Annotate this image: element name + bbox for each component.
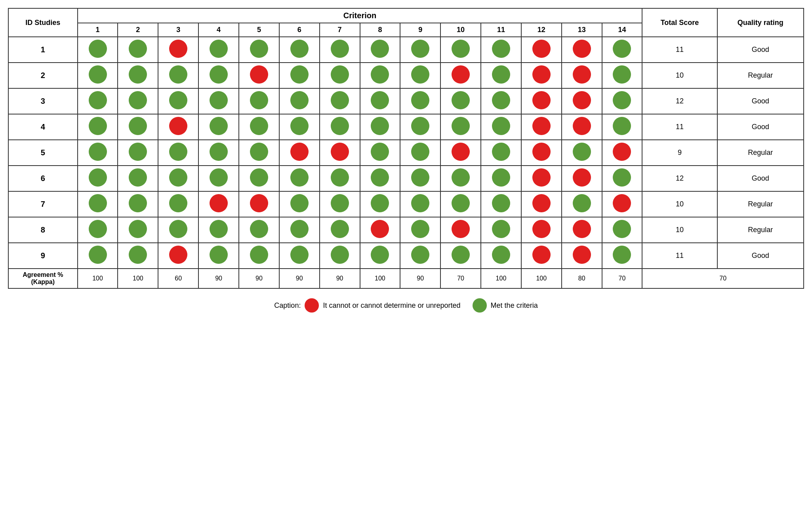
- total-score-7: 10: [642, 191, 717, 217]
- red-dot: [210, 194, 228, 212]
- green-dot: [169, 91, 187, 109]
- green-dot: [290, 65, 309, 84]
- red-dot: [573, 246, 591, 264]
- dot-cell-8-4: [198, 217, 239, 243]
- dot-cell-3-1: [78, 88, 118, 114]
- green-dot: [169, 194, 187, 212]
- green-dot: [411, 220, 429, 238]
- dot-cell-6-5: [239, 166, 279, 191]
- agreement-val-6: 90: [279, 269, 320, 288]
- dot-cell-5-1: [78, 140, 118, 166]
- agreement-val-12: 100: [521, 269, 562, 288]
- dot-cell-9-10: [440, 243, 481, 269]
- green-dot: [331, 117, 349, 135]
- dot-cell-3-11: [481, 88, 521, 114]
- red-dot: [613, 143, 631, 161]
- dot-cell-9-2: [118, 243, 158, 269]
- quality-rating-4: Good: [717, 114, 804, 140]
- green-dot: [250, 40, 268, 58]
- red-dot: [613, 194, 631, 212]
- dot-cell-3-10: [440, 88, 481, 114]
- criterion-num-14: 14: [602, 23, 642, 37]
- id-studies-header: ID Studies: [8, 8, 78, 37]
- dot-cell-8-9: [400, 217, 440, 243]
- green-dot: [89, 143, 107, 161]
- green-dot: [492, 117, 510, 135]
- criterion-num-5: 5: [239, 23, 279, 37]
- dot-cell-8-7: [320, 217, 360, 243]
- red-dot: [573, 91, 591, 109]
- quality-rating-3: Good: [717, 88, 804, 114]
- red-dot: [532, 40, 551, 58]
- agreement-val-4: 90: [198, 269, 239, 288]
- dot-cell-6-6: [279, 166, 320, 191]
- green-dot: [331, 40, 349, 58]
- agreement-val-7: 90: [320, 269, 360, 288]
- total-score-header: Total Score: [642, 8, 717, 37]
- green-dot: [89, 168, 107, 187]
- red-dot: [532, 143, 551, 161]
- dot-cell-4-3: [158, 114, 198, 140]
- green-dot: [250, 91, 268, 109]
- total-score-5: 9: [642, 140, 717, 166]
- criterion-num-6: 6: [279, 23, 320, 37]
- dot-cell-8-10: [440, 217, 481, 243]
- dot-cell-1-1: [78, 37, 118, 63]
- agreement-val-8: 100: [360, 269, 400, 288]
- dot-cell-7-10: [440, 191, 481, 217]
- red-dot: [573, 220, 591, 238]
- dot-cell-5-2: [118, 140, 158, 166]
- green-dot: [89, 194, 107, 212]
- green-dot: [492, 91, 510, 109]
- dot-cell-7-5: [239, 191, 279, 217]
- agreement-val-9: 90: [400, 269, 440, 288]
- dot-cell-9-11: [481, 243, 521, 269]
- green-dot: [371, 143, 389, 161]
- criterion-num-12: 12: [521, 23, 562, 37]
- green-dot: [371, 91, 389, 109]
- quality-rating-2: Regular: [717, 63, 804, 88]
- table-row: 710Regular: [8, 191, 804, 217]
- dot-cell-9-6: [279, 243, 320, 269]
- dot-cell-4-2: [118, 114, 158, 140]
- dot-cell-7-12: [521, 191, 562, 217]
- dot-cell-8-14: [602, 217, 642, 243]
- quality-rating-8: Regular: [717, 217, 804, 243]
- dot-cell-3-5: [239, 88, 279, 114]
- dot-cell-4-9: [400, 114, 440, 140]
- red-dot: [452, 143, 470, 161]
- agreement-val-10: 70: [440, 269, 481, 288]
- dot-cell-7-8: [360, 191, 400, 217]
- agreement-label: Agreement %(Kappa): [8, 269, 78, 288]
- dot-cell-2-6: [279, 63, 320, 88]
- green-dot: [452, 168, 470, 187]
- study-id-1: 1: [8, 37, 78, 63]
- dot-cell-8-13: [562, 217, 602, 243]
- green-dot: [411, 40, 429, 58]
- red-dot: [532, 91, 551, 109]
- green-dot: [290, 220, 309, 238]
- red-dot: [250, 65, 268, 84]
- study-id-9: 9: [8, 243, 78, 269]
- study-id-3: 3: [8, 88, 78, 114]
- green-dot: [250, 246, 268, 264]
- quality-rating-header: Quality rating: [717, 8, 804, 37]
- dot-cell-9-3: [158, 243, 198, 269]
- total-score-3: 12: [642, 88, 717, 114]
- criterion-num-1: 1: [78, 23, 118, 37]
- red-dot: [532, 220, 551, 238]
- agreement-row: Agreement %(Kappa)1001006090909090100907…: [8, 269, 804, 288]
- criterion-num-8: 8: [360, 23, 400, 37]
- criterion-num-9: 9: [400, 23, 440, 37]
- dot-cell-4-10: [440, 114, 481, 140]
- green-dot: [290, 194, 309, 212]
- green-dot: [331, 168, 349, 187]
- dot-cell-8-1: [78, 217, 118, 243]
- dot-cell-8-12: [521, 217, 562, 243]
- dot-cell-4-1: [78, 114, 118, 140]
- table-row: 810Regular: [8, 217, 804, 243]
- green-dot: [250, 168, 268, 187]
- dot-cell-8-8: [360, 217, 400, 243]
- quality-rating-6: Good: [717, 166, 804, 191]
- dot-cell-4-13: [562, 114, 602, 140]
